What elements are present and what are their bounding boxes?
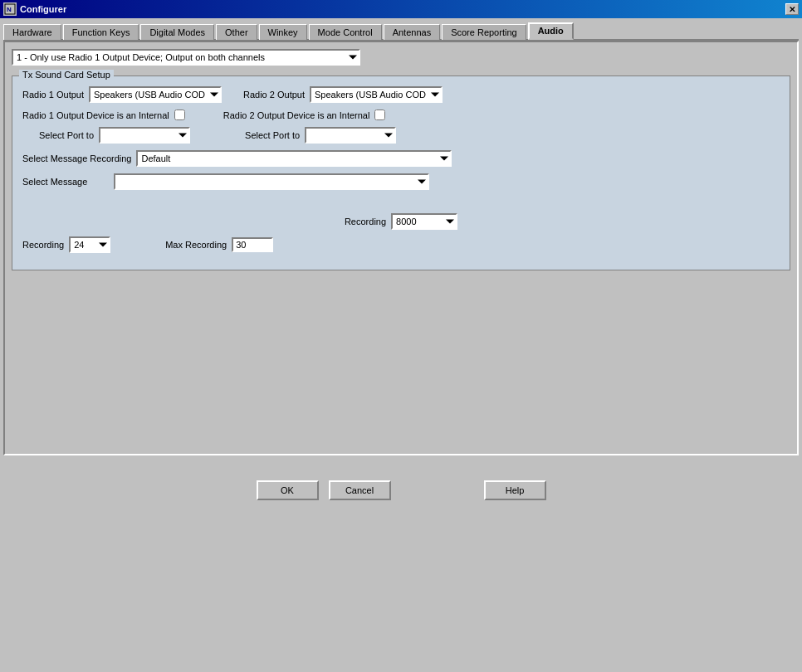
help-button[interactable]: Help xyxy=(484,480,546,500)
tab-antennas[interactable]: Antennas xyxy=(384,24,440,40)
main-window: N Configurer ✕ Hardware Function Keys Di… xyxy=(0,0,802,672)
tab-function-keys[interactable]: Function Keys xyxy=(63,24,139,40)
group-content: Radio 1 Output Speakers (USB Audio CODE … xyxy=(22,86,780,253)
recording-bits-row: Recording 8 16 24 Max Recording xyxy=(22,236,780,253)
title-bar-left: N Configurer xyxy=(3,2,66,16)
group-legend: Tx Sound Card Setup xyxy=(19,70,114,80)
content-area: Hardware Function Keys Digital Modes Oth… xyxy=(0,18,802,512)
select-message-label: Select Message xyxy=(22,177,87,187)
buttons-area: OK Cancel Help xyxy=(3,472,799,509)
max-recording-label: Max Recording xyxy=(165,240,227,250)
max-recording-input[interactable] xyxy=(232,237,273,252)
radio1-output-select[interactable]: Speakers (USB Audio CODE xyxy=(89,86,222,103)
window-title: Configurer xyxy=(20,4,66,14)
output-mode-select[interactable]: 1 - Only use Radio 1 Output Device; Outp… xyxy=(12,49,360,66)
select-message[interactable] xyxy=(114,173,429,190)
ok-button[interactable]: OK xyxy=(257,480,319,500)
radio1-internal-checkbox[interactable] xyxy=(174,110,185,120)
tabs-container: Hardware Function Keys Digital Modes Oth… xyxy=(3,22,799,41)
select-port-label2: Select Port to xyxy=(245,130,300,140)
tx-sound-card-group: Tx Sound Card Setup Radio 1 Output Speak… xyxy=(12,75,790,270)
close-button[interactable]: ✕ xyxy=(785,3,799,15)
select-message-recording[interactable]: Default xyxy=(136,150,452,167)
tab-audio[interactable]: Audio xyxy=(528,22,574,40)
tab-mode-control[interactable]: Mode Control xyxy=(309,24,382,40)
cancel-button[interactable]: Cancel xyxy=(329,480,391,500)
select-port2[interactable] xyxy=(305,127,396,144)
radio1-output-label: Radio 1 Output xyxy=(22,90,84,100)
tab-digital-modes[interactable]: Digital Modes xyxy=(140,24,214,40)
recording-bits-select[interactable]: 8 16 24 xyxy=(69,236,110,253)
recording-sample-row: Recording 8000 11025 22050 44100 xyxy=(22,213,780,230)
radio2-internal-checkbox[interactable] xyxy=(374,110,385,120)
radio1-internal-label: Radio 1 Output Device is an Internal xyxy=(22,110,169,120)
tab-score-reporting[interactable]: Score Reporting xyxy=(442,24,526,40)
tab-hardware[interactable]: Hardware xyxy=(3,24,61,40)
app-icon: N xyxy=(3,2,17,16)
recording-bits-label: Recording xyxy=(22,240,64,250)
message-recording-row: Select Message Recording Default xyxy=(22,150,780,167)
output-row: Radio 1 Output Speakers (USB Audio CODE … xyxy=(22,86,780,103)
port-row: Select Port to Select Port to xyxy=(22,127,780,144)
radio2-internal-label: Radio 2 Output Device is an Internal xyxy=(223,110,370,120)
radio2-output-select[interactable]: Speakers (USB Audio CODE xyxy=(310,86,443,103)
select-message-recording-label: Select Message Recording xyxy=(22,153,131,163)
internal-row: Radio 1 Output Device is an Internal Rad… xyxy=(22,110,780,120)
top-dropdown-container: 1 - Only use Radio 1 Output Device; Outp… xyxy=(12,49,790,66)
recording-sample-select[interactable]: 8000 11025 22050 44100 xyxy=(391,213,457,230)
select-port-label1: Select Port to xyxy=(39,130,94,140)
radio2-output-label: Radio 2 Output xyxy=(243,90,305,100)
recording-label: Recording xyxy=(345,217,386,226)
tab-winkey[interactable]: Winkey xyxy=(259,24,307,40)
message-row: Select Message xyxy=(22,173,780,190)
select-port1[interactable] xyxy=(99,127,190,144)
main-panel: 1 - Only use Radio 1 Output Device; Outp… xyxy=(3,41,799,455)
spacer xyxy=(22,197,780,213)
svg-text:N: N xyxy=(7,6,12,13)
title-bar: N Configurer ✕ xyxy=(0,0,802,18)
tab-other[interactable]: Other xyxy=(216,24,257,40)
